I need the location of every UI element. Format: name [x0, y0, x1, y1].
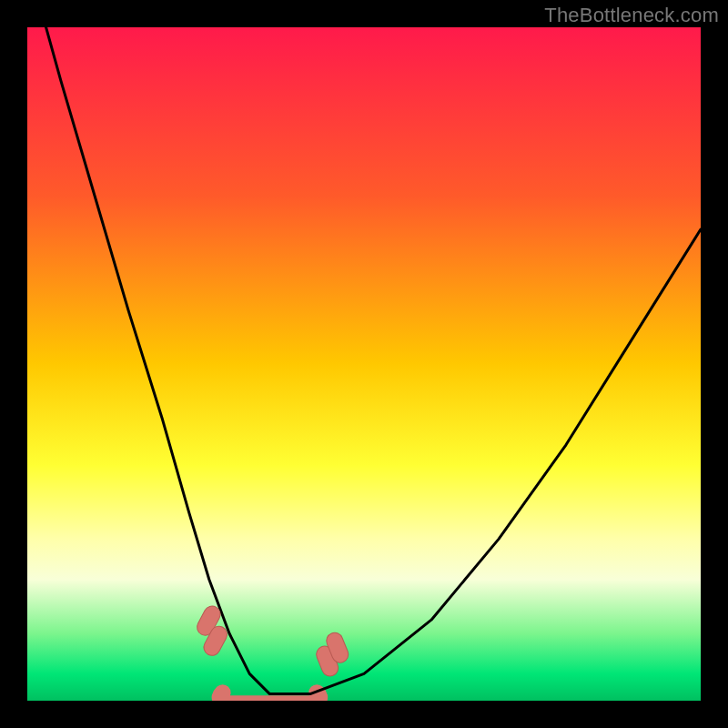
watermark-text: TheBottleneck.com [544, 4, 719, 27]
bottleneck-chart [27, 27, 701, 701]
chart-svg [27, 27, 701, 701]
chart-frame: TheBottleneck.com [0, 0, 728, 728]
gradient-background [27, 27, 701, 701]
